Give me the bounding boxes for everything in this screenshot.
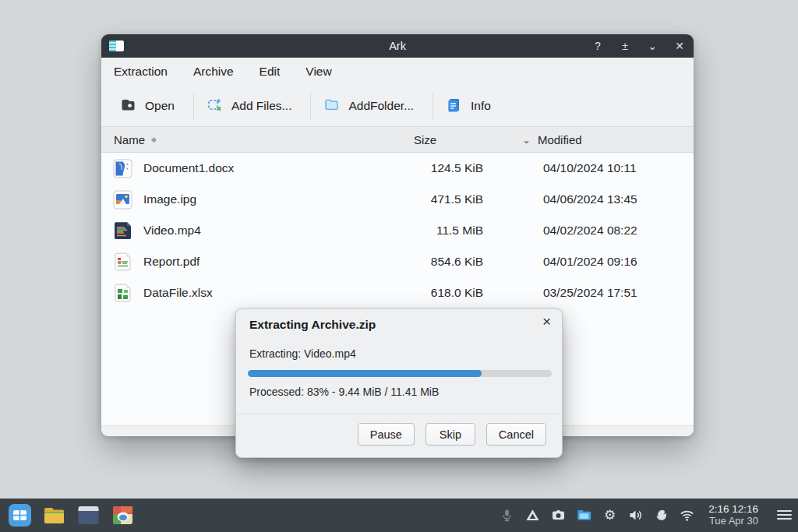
menu-view[interactable]: View [304, 63, 333, 80]
file-name: Video.mp4 [143, 224, 201, 238]
keep-above-button[interactable]: ± [619, 41, 631, 51]
extract-dialog: Extracting Archive.zip × Extracting: Vid… [235, 308, 563, 458]
dialog-separator [236, 414, 562, 414]
docx-file-icon [112, 158, 133, 179]
add-files-label: Add Files... [231, 99, 292, 113]
xlsx-file-icon [112, 283, 133, 304]
info-button[interactable]: Info [433, 93, 510, 119]
toolbar: Open Add Files... AddFolder... Info [101, 86, 694, 126]
add-files-button[interactable]: Add Files... [194, 93, 311, 119]
folder-active-icon[interactable] [577, 508, 591, 523]
file-size: 471.5 KiB [366, 192, 483, 206]
add-folder-label: AddFolder... [348, 99, 414, 113]
clock-time: 2:16 12:16 [708, 503, 758, 516]
close-button[interactable]: ✕ [673, 41, 686, 51]
file-size: 11.5 MiB [366, 224, 483, 238]
clock-date: Tue Apr 30 [708, 516, 758, 527]
image-file-icon [112, 189, 133, 210]
video-file-icon [112, 220, 133, 241]
table-row[interactable]: Image.ipg 471.5 KiB 04/06/2024 13:45 [101, 184, 694, 215]
file-name: DataFile.xlsx [143, 286, 213, 300]
menu-extraction[interactable]: Extraction [112, 63, 169, 80]
chevron-down-icon: ⌄ [522, 134, 531, 146]
pause-button[interactable]: Pause [358, 423, 415, 446]
microphone-icon[interactable] [500, 508, 514, 523]
maximize-button[interactable]: ⌄ [646, 41, 659, 51]
processed-status: Processed: 83% - 9.44 MiB / 11.41 MiB [249, 386, 439, 398]
add-files-icon [207, 97, 223, 116]
file-size: 618.0 KiB [366, 286, 483, 300]
pdf-file-icon [112, 252, 133, 273]
info-label: Info [471, 99, 491, 113]
skip-button[interactable]: Skip [425, 423, 475, 446]
help-button[interactable]: ? [591, 41, 604, 51]
menu-edit[interactable]: Edit [258, 63, 282, 80]
info-icon [446, 97, 462, 116]
file-size: 124.5 KiB [366, 161, 483, 175]
browser-icon[interactable] [111, 503, 135, 527]
file-manager-folder-icon[interactable] [42, 503, 66, 527]
sort-indicator-icon: ◆ [151, 136, 157, 143]
table-row[interactable]: Report.pdf 854.6 KiB 04/01/2024 09:16 [101, 246, 694, 277]
taskbar: ⚙ 2:16 12:16 Tue Apr 30 [0, 499, 798, 532]
progress-bar [248, 370, 552, 377]
gear-icon[interactable]: ⚙ [602, 508, 617, 523]
wifi-icon[interactable] [680, 508, 694, 523]
file-size: 854.6 KiB [366, 255, 483, 269]
dark-window-app-icon[interactable] [76, 503, 101, 527]
column-headers: Name ◆ Size ⌄ Modified [101, 126, 694, 153]
file-name: Report.pdf [143, 255, 200, 269]
desktop: { "window": { "title": "Ark", "titlebar_… [0, 0, 798, 532]
extracting-status: Extracting: Video.mp4 [249, 347, 356, 360]
panel-menu-icon[interactable] [777, 510, 792, 520]
open-label: Open [145, 99, 175, 113]
table-row[interactable]: Document1.docx 124.5 KiB 04/10/2024 10:1… [101, 153, 694, 184]
app-launcher-icon[interactable] [8, 503, 32, 527]
add-folder-button[interactable]: AddFolder... [311, 93, 433, 119]
file-name: Document1.docx [143, 161, 234, 175]
menubar: Extraction Archive Edit View [101, 58, 694, 86]
file-name: Image.ipg [143, 192, 196, 206]
camera-icon[interactable] [551, 508, 566, 523]
file-modified: 04/02/2024 08:22 [543, 224, 637, 238]
file-modified: 04/01/2024 09:16 [543, 255, 637, 269]
progress-fill [248, 370, 482, 377]
add-folder-icon [323, 97, 340, 116]
file-modified: 03/25/2024 17:51 [543, 286, 637, 300]
column-modified[interactable]: ⌄ Modified [522, 133, 582, 146]
table-row[interactable]: DataFile.xlsx 618.0 KiB 03/25/2024 17:51 [101, 277, 694, 308]
clock[interactable]: 2:16 12:16 Tue Apr 30 [708, 503, 758, 527]
open-icon [120, 97, 136, 116]
column-name[interactable]: Name ◆ [114, 133, 157, 146]
open-button[interactable]: Open [108, 93, 193, 119]
cancel-button[interactable]: Cancel [486, 423, 546, 446]
volume-icon[interactable] [628, 508, 643, 523]
file-modified: 04/06/2024 13:45 [543, 192, 637, 206]
swirl-icon[interactable] [654, 508, 669, 523]
file-modified: 04/10/2024 10:11 [543, 161, 637, 175]
dialog-title: Extracting Archive.zip [249, 318, 376, 332]
menu-archive[interactable]: Archive [192, 63, 235, 80]
ark-app-icon [109, 41, 124, 51]
triangle-badge-icon[interactable] [525, 508, 540, 523]
table-row[interactable]: Video.mp4 11.5 MiB 04/02/2024 08:22 [101, 215, 694, 246]
titlebar[interactable]: Ark ? ± ⌄ ✕ [101, 34, 694, 58]
column-size[interactable]: Size [414, 133, 436, 146]
dialog-close-icon[interactable]: × [542, 314, 551, 329]
